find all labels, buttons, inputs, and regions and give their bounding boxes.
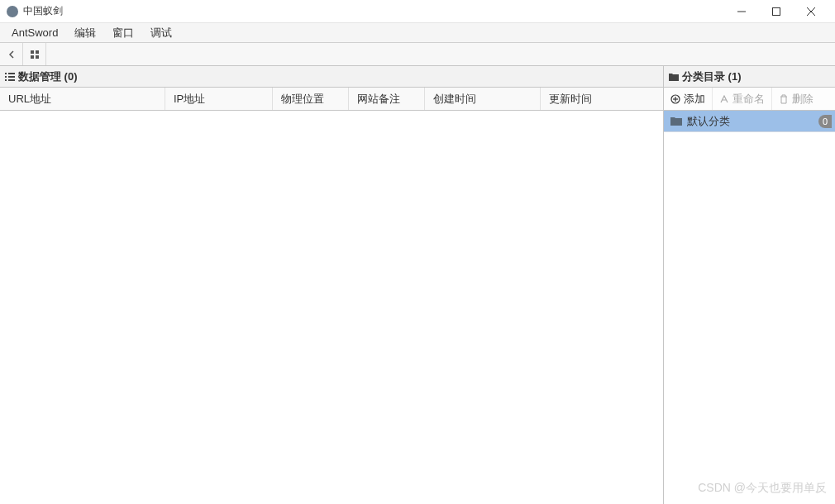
column-note[interactable]: 网站备注 [349, 88, 425, 110]
minimize-button[interactable] [724, 0, 759, 23]
menu-antsword[interactable]: AntSword [3, 24, 66, 41]
svg-rect-10 [5, 76, 7, 78]
svg-rect-5 [36, 50, 39, 54]
menu-edit[interactable]: 编辑 [66, 23, 104, 43]
category-toolbar: 添加 重命名 删除 [664, 88, 835, 111]
menu-debug[interactable]: 调试 [142, 23, 180, 43]
data-panel-header: 数据管理 (0) [0, 66, 663, 88]
app-icon [7, 6, 18, 17]
toolbar-spacer [46, 43, 835, 65]
delete-label: 删除 [792, 92, 814, 107]
category-panel-header: 分类目录 (1) [664, 66, 835, 88]
column-ip[interactable]: IP地址 [165, 88, 273, 110]
rename-category-button[interactable]: 重命名 [713, 88, 772, 110]
toolbar-grid-button[interactable] [23, 43, 46, 65]
close-button[interactable] [794, 0, 828, 23]
svg-rect-12 [5, 79, 7, 81]
svg-rect-1 [773, 7, 780, 15]
svg-rect-4 [31, 50, 34, 54]
rename-label: 重命名 [732, 92, 765, 107]
title-bar: 中国蚁剑 [0, 0, 835, 23]
column-created[interactable]: 创建时间 [425, 88, 541, 110]
data-panel: 数据管理 (0) URL地址 IP地址 物理位置 网站备注 创建时间 更新时间 [0, 66, 664, 504]
category-count-badge: 0 [818, 115, 832, 128]
svg-rect-7 [36, 55, 39, 59]
toolbar-back-button[interactable] [0, 43, 23, 65]
add-category-button[interactable]: 添加 [664, 88, 713, 110]
table-body[interactable] [0, 111, 663, 504]
list-icon [5, 72, 15, 82]
category-name: 默认分类 [687, 114, 730, 129]
folder-icon [669, 73, 679, 81]
column-location[interactable]: 物理位置 [273, 88, 349, 110]
svg-rect-8 [5, 73, 7, 74]
svg-rect-13 [8, 79, 15, 81]
svg-rect-11 [8, 76, 15, 78]
maximize-button[interactable] [759, 0, 794, 23]
menu-window[interactable]: 窗口 [104, 23, 142, 43]
delete-category-button[interactable]: 删除 [772, 88, 820, 110]
folder-icon [670, 116, 682, 126]
menu-bar: AntSword 编辑 窗口 调试 [0, 23, 835, 43]
main-area: 数据管理 (0) URL地址 IP地址 物理位置 网站备注 创建时间 更新时间 … [0, 66, 835, 504]
svg-rect-6 [31, 55, 34, 59]
window-controls [724, 0, 828, 23]
table-header: URL地址 IP地址 物理位置 网站备注 创建时间 更新时间 [0, 88, 663, 111]
svg-rect-9 [8, 73, 15, 74]
window-title: 中国蚁剑 [23, 4, 724, 18]
add-label: 添加 [684, 92, 705, 107]
column-updated[interactable]: 更新时间 [541, 88, 663, 110]
trash-icon [779, 94, 789, 104]
font-icon [719, 94, 729, 104]
plus-circle-icon [670, 94, 680, 104]
column-url[interactable]: URL地址 [0, 88, 165, 110]
category-list: 默认分类 0 [664, 111, 835, 504]
category-item-default[interactable]: 默认分类 0 [664, 111, 835, 132]
category-panel-title: 分类目录 (1) [682, 69, 742, 84]
data-panel-title: 数据管理 (0) [18, 69, 78, 84]
category-panel: 分类目录 (1) 添加 重命名 删除 默认分类 0 [664, 66, 835, 504]
toolbar [0, 43, 835, 66]
